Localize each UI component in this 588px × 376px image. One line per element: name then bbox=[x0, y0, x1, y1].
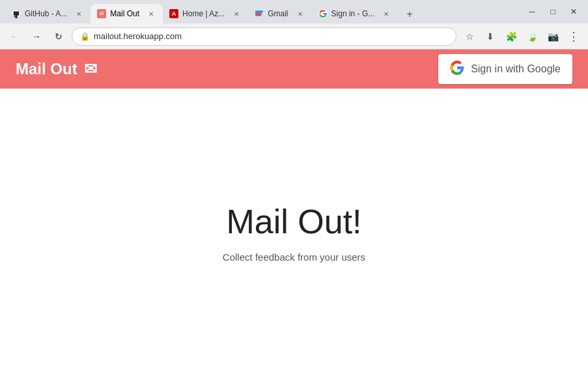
tab-home-az[interactable]: A Home | Az... ✕ bbox=[163, 4, 248, 23]
tab-home-az-label: Home | Az... bbox=[182, 9, 225, 18]
url-bar[interactable]: 🔒 mailout.herokuapp.com bbox=[72, 27, 456, 46]
mail-icon: ✉ bbox=[84, 60, 97, 78]
close-button[interactable]: ✕ bbox=[565, 3, 583, 21]
tab-mailout-close[interactable]: ✕ bbox=[146, 8, 156, 19]
reload-button[interactable]: ↻ bbox=[49, 27, 68, 46]
back-button[interactable]: ← bbox=[5, 27, 23, 46]
app-title: Mail Out ✉ bbox=[16, 60, 97, 78]
extensions-icon[interactable]: 🧩 bbox=[502, 27, 520, 46]
home-az-favicon: A bbox=[169, 9, 178, 18]
tab-signin[interactable]: Sign in - G... ✕ bbox=[312, 4, 399, 23]
tab-mailout-label: Mail Out bbox=[110, 9, 139, 18]
sign-in-button[interactable]: Sign in with Google bbox=[438, 54, 572, 84]
video-icon[interactable]: 📷 bbox=[544, 27, 562, 46]
tab-github[interactable]: GitHub - A... ✕ bbox=[5, 4, 91, 23]
hero-subtitle: Collect feedback from your users bbox=[223, 252, 365, 263]
lock-icon: 🔒 bbox=[80, 32, 90, 41]
signin-favicon bbox=[318, 9, 328, 18]
new-tab-button[interactable]: + bbox=[400, 5, 419, 23]
maximize-button[interactable]: □ bbox=[544, 3, 562, 21]
sign-in-label: Sign in with Google bbox=[471, 63, 561, 75]
main-content: Mail Out! Collect feedback from your use… bbox=[0, 89, 588, 376]
toolbar-icons: ☆ ⬇ 🧩 🍃 📷 ⋮ bbox=[460, 27, 583, 46]
window-controls: ─ □ ✕ bbox=[523, 3, 583, 21]
tab-github-close[interactable]: ✕ bbox=[74, 8, 84, 19]
tab-mailout[interactable]: ✉ Mail Out ✕ bbox=[91, 4, 163, 23]
address-bar: ← → ↻ 🔒 mailout.herokuapp.com ☆ ⬇ 🧩 🍃 📷 … bbox=[0, 23, 588, 50]
tab-github-label: GitHub - A... bbox=[25, 9, 67, 18]
title-bar: GitHub - A... ✕ ✉ Mail Out ✕ A Home | Az… bbox=[0, 0, 588, 23]
leaf-icon[interactable]: 🍃 bbox=[523, 27, 541, 46]
mailout-favicon: ✉ bbox=[97, 9, 106, 18]
github-favicon bbox=[12, 9, 21, 18]
tab-home-az-close[interactable]: ✕ bbox=[231, 8, 242, 19]
forward-button[interactable]: → bbox=[27, 27, 46, 46]
app-header: Mail Out ✉ Sign in with Google bbox=[0, 50, 588, 89]
gmail-favicon bbox=[255, 9, 264, 18]
tab-signin-label: Sign in - G... bbox=[331, 9, 375, 18]
tab-signin-close[interactable]: ✕ bbox=[381, 8, 391, 19]
url-text: mailout.herokuapp.com bbox=[94, 31, 448, 41]
tab-gmail-label: Gmail bbox=[268, 9, 288, 18]
menu-button[interactable]: ⋮ bbox=[565, 27, 583, 46]
star-icon[interactable]: ☆ bbox=[460, 27, 479, 46]
app-title-text: Mail Out bbox=[16, 60, 77, 78]
download-icon[interactable]: ⬇ bbox=[481, 27, 499, 46]
tab-gmail[interactable]: Gmail ✕ bbox=[248, 4, 311, 23]
hero-title: Mail Out! bbox=[226, 202, 361, 241]
page-content: Mail Out ✉ Sign in with Google Mail Out!… bbox=[0, 50, 588, 376]
tab-gmail-close[interactable]: ✕ bbox=[295, 8, 305, 19]
tab-group: GitHub - A... ✕ ✉ Mail Out ✕ A Home | Az… bbox=[5, 0, 515, 23]
google-g-icon bbox=[450, 61, 464, 78]
minimize-button[interactable]: ─ bbox=[523, 3, 541, 21]
browser-frame: GitHub - A... ✕ ✉ Mail Out ✕ A Home | Az… bbox=[0, 0, 588, 376]
